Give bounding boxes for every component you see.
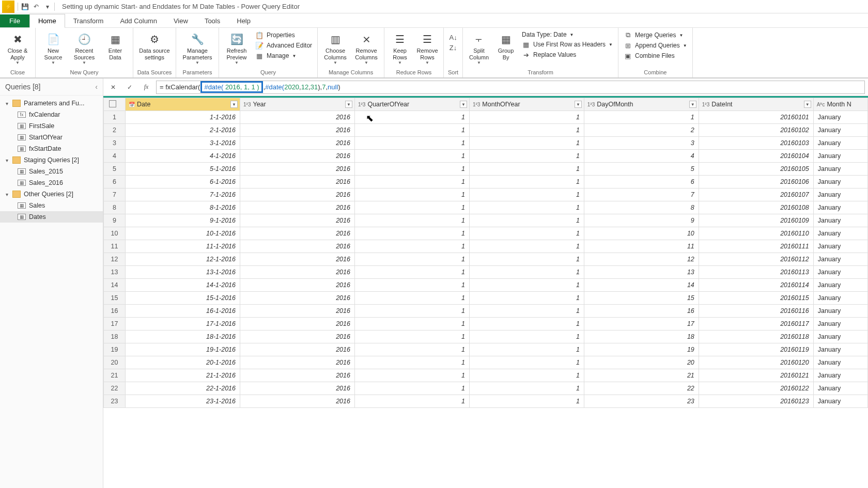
cell-monthname[interactable]: January (813, 201, 867, 214)
cell-monthname[interactable]: January (813, 188, 867, 201)
table-row[interactable]: 33-1-2016201611320160103January (104, 137, 868, 150)
cell-date[interactable]: 13-1-2016 (126, 266, 240, 279)
cell-date[interactable]: 17-1-2016 (126, 318, 240, 330)
folder-parameters[interactable]: ▾Parameters and Fu... (0, 98, 103, 109)
cell-quarter[interactable]: 1 (354, 201, 469, 214)
column-header-dateint[interactable]: 1²3DateInt▼ (699, 98, 813, 111)
cell-quarter[interactable]: 1 (354, 356, 469, 369)
tools-tab[interactable]: Tools (196, 14, 228, 27)
cell-monthname[interactable]: January (813, 292, 867, 305)
row-number[interactable]: 15 (104, 292, 126, 305)
query-sales-2015[interactable]: ▦Sales_2015 (0, 166, 103, 177)
first-row-headers-button[interactable]: ▦Use First Row as Headers ▼ (520, 39, 615, 50)
cell-month[interactable]: 1 (469, 240, 584, 253)
cell-day[interactable]: 19 (584, 343, 699, 356)
table-row[interactable]: 1313-1-20162016111320160113January (104, 266, 868, 279)
cell-year[interactable]: 2016 (240, 253, 355, 266)
cell-quarter[interactable]: 1 (354, 330, 469, 343)
append-queries-button[interactable]: ⊞Append Queries ▼ (622, 40, 689, 51)
cell-day[interactable]: 7 (584, 188, 699, 201)
formula-input[interactable]: = fxCalendar( #date( 2016, 1, 1 ) , #dat… (156, 81, 865, 94)
cell-month[interactable]: 1 (469, 343, 584, 356)
add-column-tab[interactable]: Add Column (112, 14, 165, 27)
cell-quarter[interactable]: 1 (354, 137, 469, 150)
qat-dropdown-icon[interactable]: ▾ (42, 1, 53, 12)
combine-files-button[interactable]: ▣Combine Files (622, 51, 689, 61)
cell-year[interactable]: 2016 (240, 137, 355, 150)
cell-date[interactable]: 8-1-2016 (126, 201, 240, 214)
row-number[interactable]: 23 (104, 395, 126, 408)
query-fxcalendar[interactable]: fxfxCalendar (0, 109, 103, 120)
cell-date[interactable]: 1-1-2016 (126, 111, 240, 124)
query-sales[interactable]: ▦Sales (0, 200, 103, 211)
filter-dropdown-icon[interactable]: ▼ (689, 101, 696, 108)
cell-month[interactable]: 1 (469, 330, 584, 343)
table-row[interactable]: 1919-1-20162016111920160119January (104, 343, 868, 356)
cell-day[interactable]: 5 (584, 163, 699, 176)
cell-month[interactable]: 1 (469, 214, 584, 227)
cell-monthname[interactable]: January (813, 253, 867, 266)
accept-formula-button[interactable]: ✓ (123, 81, 136, 94)
data-type-button[interactable]: Data Type: Date ▼ (520, 30, 615, 39)
cell-month[interactable]: 1 (469, 292, 584, 305)
folder-staging[interactable]: ▾Staging Queries [2] (0, 154, 103, 166)
cell-quarter[interactable]: 1 (354, 214, 469, 227)
enter-data-button[interactable]: ▦ Enter Data (101, 30, 130, 62)
cell-dateint[interactable]: 20160112 (699, 253, 813, 266)
cell-quarter[interactable]: 1 (354, 369, 469, 382)
manage-parameters-button[interactable]: 🔧 Manage Parameters ▼ (179, 30, 215, 66)
cell-year[interactable]: 2016 (240, 343, 355, 356)
cell-date[interactable]: 11-1-2016 (126, 240, 240, 253)
cell-quarter[interactable]: 1 (354, 343, 469, 356)
query-firstsale[interactable]: ▦FirstSale (0, 120, 103, 132)
cell-dateint[interactable]: 20160111 (699, 240, 813, 253)
transform-tab[interactable]: Transform (65, 14, 112, 27)
cell-dateint[interactable]: 20160121 (699, 369, 813, 382)
row-number[interactable]: 13 (104, 266, 126, 279)
cell-day[interactable]: 11 (584, 240, 699, 253)
cell-year[interactable]: 2016 (240, 111, 355, 124)
table-row[interactable]: 2020-1-20162016112020160120January (104, 356, 868, 369)
query-sales-2016[interactable]: ▦Sales_2016 (0, 177, 103, 188)
cell-year[interactable]: 2016 (240, 214, 355, 227)
cell-date[interactable]: 2-1-2016 (126, 124, 240, 137)
new-source-button[interactable]: 📄 New Source ▼ (39, 30, 68, 66)
cell-month[interactable]: 1 (469, 163, 584, 176)
cell-dateint[interactable]: 20160119 (699, 343, 813, 356)
remove-rows-button[interactable]: ☰ Remove Rows ▼ (414, 30, 440, 66)
refresh-preview-button[interactable]: 🔄 Refresh Preview ▼ (222, 30, 251, 66)
home-tab[interactable]: Home (29, 14, 65, 28)
cell-month[interactable]: 1 (469, 369, 584, 382)
row-number[interactable]: 4 (104, 150, 126, 163)
cell-dateint[interactable]: 20160104 (699, 150, 813, 163)
cell-day[interactable]: 23 (584, 395, 699, 408)
cell-dateint[interactable]: 20160110 (699, 227, 813, 240)
data-grid[interactable]: 📅Date▼ 1²3Year▼ 1²3QuarterOfYear▼ 1²3Mon… (103, 96, 868, 488)
cell-quarter[interactable]: 1 (354, 227, 469, 240)
cell-day[interactable]: 3 (584, 137, 699, 150)
row-number[interactable]: 10 (104, 227, 126, 240)
cell-month[interactable]: 1 (469, 253, 584, 266)
cell-day[interactable]: 10 (584, 227, 699, 240)
cell-month[interactable]: 1 (469, 201, 584, 214)
choose-columns-button[interactable]: ▥ Choose Columns ▼ (321, 30, 350, 66)
cell-date[interactable]: 7-1-2016 (126, 188, 240, 201)
properties-button[interactable]: 📋Properties (253, 30, 314, 40)
undo-icon[interactable]: ↶ (30, 1, 42, 12)
cell-quarter[interactable]: 1 (354, 253, 469, 266)
table-row[interactable]: 1414-1-20162016111420160114January (104, 279, 868, 292)
table-row[interactable]: 2323-1-20162016112320160123January (104, 395, 868, 408)
cell-quarter[interactable]: 1 (354, 240, 469, 253)
merge-queries-button[interactable]: ⧉Merge Queries ▼ (622, 30, 689, 40)
column-header-quarter[interactable]: 1²3QuarterOfYear▼ (354, 98, 469, 111)
cell-month[interactable]: 1 (469, 111, 584, 124)
cell-month[interactable]: 1 (469, 176, 584, 188)
cancel-formula-button[interactable]: ✕ (106, 81, 120, 94)
cell-dateint[interactable]: 20160113 (699, 266, 813, 279)
table-row[interactable]: 2222-1-20162016112220160122January (104, 382, 868, 395)
cell-monthname[interactable]: January (813, 395, 867, 408)
table-row[interactable]: 1010-1-20162016111020160110January (104, 227, 868, 240)
corner-cell[interactable] (104, 98, 126, 111)
cell-month[interactable]: 1 (469, 382, 584, 395)
cell-day[interactable]: 1 (584, 111, 699, 124)
